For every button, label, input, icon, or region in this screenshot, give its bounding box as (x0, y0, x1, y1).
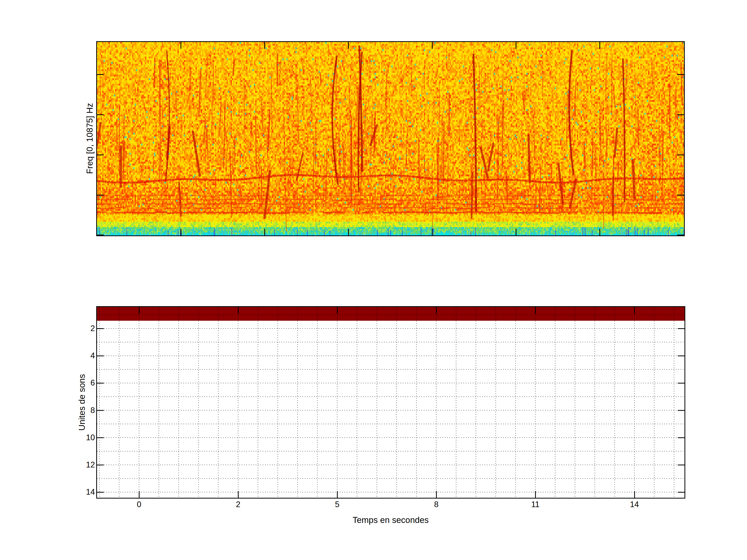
y-tick-label: 8 (72, 405, 95, 416)
x-tick-label: 14 (619, 499, 650, 510)
x-tick-label: 5 (321, 499, 353, 510)
y-tick-label: 2 (72, 323, 95, 334)
x-tick-label: 0 (124, 499, 155, 510)
x-tick-label: 11 (520, 499, 551, 510)
y-tick-label: 12 (72, 460, 95, 470)
spectrogram-ylabel: Freq [0, 10875] Hz (85, 103, 95, 174)
spectrogram-axes (96, 41, 685, 236)
units-plot-axes (96, 306, 685, 499)
x-tick-label: 8 (421, 499, 452, 510)
x-tick-label: 2 (223, 499, 254, 510)
y-tick-label: 10 (72, 432, 95, 443)
spectrogram-image (97, 42, 684, 235)
y-tick-label: 14 (72, 487, 95, 497)
units-xlabel: Temps en secondes (353, 515, 429, 525)
matlab-figure: { "figure": { "width_px": 2880, "height_… (0, 0, 747, 560)
units-plot-area (97, 307, 685, 498)
y-tick-label: 6 (72, 378, 95, 388)
y-tick-label: 4 (72, 350, 95, 361)
